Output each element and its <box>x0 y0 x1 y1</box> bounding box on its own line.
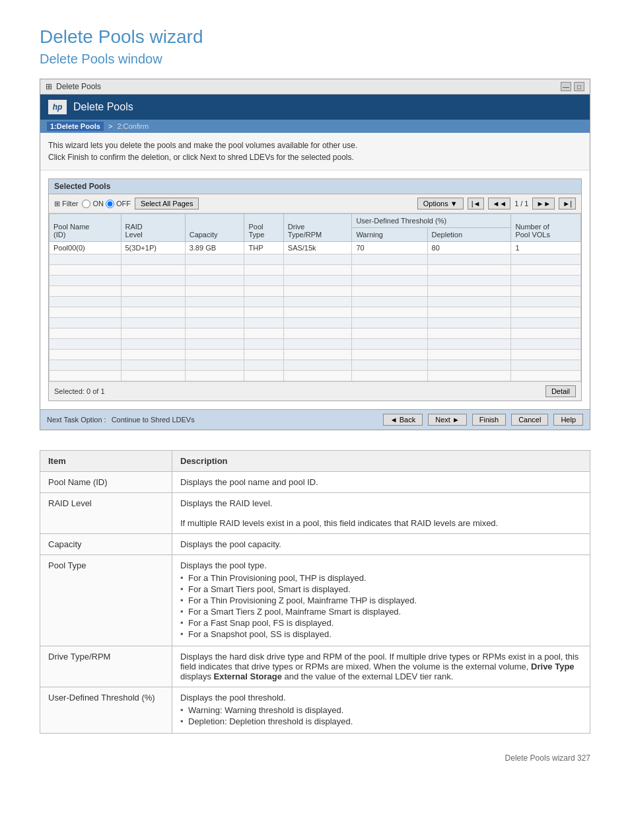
delete-pools-window: ⊞ Delete Pools — □ hp Delete Pools 1:Del… <box>40 79 590 430</box>
cell-pool-type: THP <box>244 242 283 254</box>
desc-text-threshold: Displays the pool threshold. Warning: Wa… <box>172 687 590 734</box>
minimize-button[interactable]: — <box>561 82 571 91</box>
col-header-raid-level: RAIDLevel <box>121 214 185 242</box>
cancel-button[interactable]: Cancel <box>511 414 548 426</box>
hp-header-title: Delete Pools <box>73 101 133 113</box>
help-button[interactable]: Help <box>553 414 583 426</box>
page-footer: Delete Pools wizard 327 <box>40 753 590 763</box>
filter-radio-group: ON OFF <box>82 200 131 208</box>
table-row <box>50 254 581 265</box>
breadcrumb-step2[interactable]: 2:Confirm <box>117 122 149 130</box>
list-item: For a Thin Provisioning Z pool, Mainfram… <box>180 595 582 605</box>
list-item: For a Smart Tiers pool, Smart is display… <box>180 584 582 594</box>
filter-on-radio[interactable] <box>82 200 90 208</box>
action-bar: Next Task Option : Continue to Shred LDE… <box>40 409 590 430</box>
col-header-warning: Warning <box>352 228 427 242</box>
total-count: 1 <box>100 387 104 395</box>
col-header-threshold-group: User-Defined Threshold (%) <box>352 214 511 228</box>
desc-item-drive-type: Drive Type/RPM <box>40 646 172 687</box>
window-titlebar: ⊞ Delete Pools — □ <box>40 79 590 95</box>
desc-text-pool-type: Displays the pool type. For a Thin Provi… <box>172 555 590 646</box>
table-row <box>50 307 581 318</box>
breadcrumb-bar: 1:Delete Pools > 2:Confirm <box>40 120 590 133</box>
selection-status: Selected: 0 of 1 <box>54 387 105 395</box>
selected-label: Selected: <box>54 387 85 395</box>
window-icon: ⊞ <box>46 82 52 91</box>
pool-type-bullets: For a Thin Provisioning pool, THP is dis… <box>180 573 582 639</box>
maximize-button[interactable]: □ <box>574 82 584 91</box>
list-item: User-Defined Threshold (%) Displays the … <box>40 687 590 734</box>
options-dropdown-icon: ▼ <box>450 200 458 208</box>
filter-label: ⊞ Filter <box>54 200 78 208</box>
pools-footer: Selected: 0 of 1 Detail <box>49 381 581 401</box>
info-text-area: This wizard lets you delete the pools an… <box>40 133 590 171</box>
table-row <box>50 318 581 328</box>
desc-item-threshold: User-Defined Threshold (%) <box>40 687 172 734</box>
pools-table: Pool Name(ID) RAIDLevel Capacity PoolTyp… <box>49 213 581 381</box>
breadcrumb-step1[interactable]: 1:Delete Pools <box>47 122 104 131</box>
list-item: Pool Type Displays the pool type. For a … <box>40 555 590 646</box>
desc-text-capacity: Displays the pool capacity. <box>172 534 590 555</box>
desc-col-desc-header: Description <box>172 451 590 472</box>
table-row <box>50 265 581 276</box>
table-row <box>50 360 581 371</box>
options-button[interactable]: Options ▼ <box>417 198 464 210</box>
breadcrumb-sep: > <box>108 122 112 130</box>
nav-first-button[interactable]: |◄ <box>468 198 485 210</box>
hp-logo-icon: hp <box>48 100 67 114</box>
window-title-label: Delete Pools <box>56 82 101 91</box>
select-all-pages-button[interactable]: Select All Pages <box>135 198 199 210</box>
list-item: For a Snapshot pool, SS is displayed. <box>180 629 582 639</box>
desc-text-raid-level: Displays the RAID level. If multiple RAI… <box>172 493 590 534</box>
page-total: 1 <box>524 200 528 208</box>
list-item: Warning: Warning threshold is displayed. <box>180 705 582 715</box>
table-row <box>50 276 581 286</box>
cell-warning: 70 <box>352 242 427 254</box>
desc-item-raid-level: RAID Level <box>40 493 172 534</box>
list-item: Drive Type/RPM Displays the hard disk dr… <box>40 646 590 687</box>
bold-external-storage: External Storage <box>214 671 282 681</box>
selected-pools-panel: Selected Pools ⊞ Filter ON OFF Select Al… <box>48 178 582 401</box>
selected-pools-header: Selected Pools <box>49 179 581 194</box>
desc-col-item-header: Item <box>40 451 172 472</box>
cell-num-vols: 1 <box>511 242 581 254</box>
table-row[interactable]: Pool00(0) 5(3D+1P) 3.89 GB THP SAS/15k 7… <box>50 242 581 254</box>
next-button[interactable]: Next ► <box>428 414 467 426</box>
page-title: Delete Pools wizard <box>40 26 590 48</box>
options-label: Options <box>423 200 448 208</box>
filter-icon: ⊞ <box>54 200 60 208</box>
finish-button[interactable]: Finish <box>472 414 506 426</box>
desc-item-capacity: Capacity <box>40 534 172 555</box>
page-current: 1 <box>514 200 518 208</box>
col-header-depletion: Depletion <box>427 228 511 242</box>
description-table: Item Description Pool Name (ID) Displays… <box>40 450 590 734</box>
page-info: 1 / 1 <box>514 200 528 208</box>
col-header-drive-type: DriveType/RPM <box>283 214 352 242</box>
info-line2: Click Finish to confirm the deletion, or… <box>48 151 582 163</box>
col-header-num-vols: Number ofPool VOLs <box>511 214 581 242</box>
nav-prev-button[interactable]: ◄◄ <box>488 198 510 210</box>
selected-count: 0 <box>87 387 90 395</box>
list-item: For a Fast Snap pool, FS is displayed. <box>180 618 582 628</box>
list-item: Capacity Displays the pool capacity. <box>40 534 590 555</box>
desc-item-pool-type: Pool Type <box>40 555 172 646</box>
col-header-pool-name: Pool Name(ID) <box>50 214 122 242</box>
info-line1: This wizard lets you delete the pools an… <box>48 139 582 151</box>
table-row <box>50 328 581 339</box>
col-header-capacity: Capacity <box>185 214 244 242</box>
table-row <box>50 350 581 360</box>
desc-item-pool-name: Pool Name (ID) <box>40 472 172 493</box>
list-item: Depletion: Depletion threshold is displa… <box>180 716 582 726</box>
back-button[interactable]: ◄ Back <box>383 414 423 426</box>
filter-off-radio[interactable] <box>106 200 114 208</box>
table-row <box>50 339 581 350</box>
next-task-label: Next Task Option : <box>47 416 106 424</box>
nav-next-button[interactable]: ►► <box>532 198 555 210</box>
continue-label: Continue to Shred LDEVs <box>112 416 195 424</box>
desc-text-pool-name: Displays the pool name and pool ID. <box>172 472 590 493</box>
table-row <box>50 297 581 307</box>
nav-last-button[interactable]: ►| <box>559 198 576 210</box>
detail-button[interactable]: Detail <box>545 385 576 397</box>
table-row <box>50 371 581 381</box>
cell-pool-name: Pool00(0) <box>50 242 122 254</box>
